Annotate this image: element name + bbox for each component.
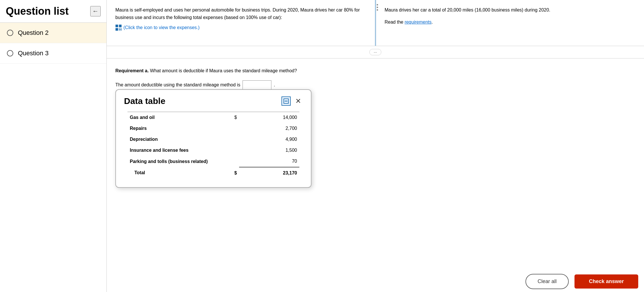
table-cell-amount-0: 14,000 [239,112,299,123]
svg-rect-0 [116,25,118,27]
question-panel-right: Maura drives her car a total of 20,000 m… [376,0,644,46]
requirements-prefix: Read the [385,20,405,24]
table-cell-label: Gas and oil [127,112,222,123]
table-cell-amount-4: 70 [239,156,299,167]
modal-title: Data table [124,96,165,106]
table-cell-amount-2: 4,900 [239,134,299,145]
data-table-modal: Data table ✕ [115,89,311,188]
question-2-circle [7,30,13,36]
modal-header: Data table ✕ [116,90,311,109]
sidebar-item-q3[interactable]: Question 3 [0,43,106,64]
table-cell-label: Depreciation [127,134,222,145]
modal-close-button[interactable]: ✕ [294,96,303,106]
sidebar-title: Question list [6,5,90,17]
sidebar-collapse-button[interactable]: ← [90,6,101,16]
requirements-suffix: . [431,20,433,24]
sidebar-item-q2[interactable]: Question 2 [0,23,106,43]
question-text-right-1: Maura drives her car a total of 20,000 m… [385,6,636,14]
collapse-icon: ← [92,7,99,15]
table-row: Depreciation 4,900 [127,134,299,145]
table-cell-label: Parking and tolls (business related) [127,156,222,167]
table-row: Gas and oil $ 14,000 [127,112,299,123]
click-icon-label: (Click the icon to view the expenses.) [123,24,200,31]
question-text-left: Maura is self-employed and uses her pers… [115,6,366,21]
requirement-text: Requirement a. What amount is deductible… [115,67,635,75]
answer-row: The amount deductible using the standard… [115,80,635,90]
footer-buttons: Clear all Check answer [520,271,644,292]
answer-input[interactable] [243,80,271,90]
click-icon-link[interactable]: (Click the icon to view the expenses.) [115,24,200,31]
requirement-label-bold: Requirement a. [115,68,149,73]
table-cell-label: Repairs [127,123,222,134]
table-row: Insurance and license fees 1,500 [127,145,299,156]
requirements-link[interactable]: requirements [405,20,431,24]
question-panel-left: Maura is self-employed and uses her pers… [107,0,375,46]
clear-all-button[interactable]: Clear all [525,274,569,289]
svg-rect-2 [116,28,118,31]
sidebar-header: Question list ← [0,0,106,23]
main-content: Maura is self-employed and uses her pers… [107,0,644,292]
answer-suffix: . [274,82,275,88]
table-cell-dollar-2 [222,134,239,145]
divider-dots-button[interactable]: ··· [369,49,382,55]
table-cell-dollar-1 [222,123,239,134]
answer-prompt: The amount deductible using the standard… [115,82,240,88]
table-cell-label: Insurance and license fees [127,145,222,156]
table-cell-dollar-4 [222,156,239,167]
modal-table-wrapper: Gas and oil $ 14,000 Repairs 2,700 Depre… [116,109,311,179]
table-cell-amount-1: 2,700 [239,123,299,134]
requirement-label-rest: What amount is deductible if Maura uses … [149,68,297,73]
table-row: Repairs 2,700 [127,123,299,134]
table-cell-amount-5: 23,170 [239,167,299,179]
divider-dots-row: ··· [107,46,644,58]
close-icon: ✕ [295,97,301,105]
table-cell-total-label: Total [127,167,222,179]
question-top: Maura is self-employed and uses her pers… [107,0,644,46]
sidebar-item-label-q3: Question 3 [18,50,48,57]
modal-minimize-button[interactable] [281,96,291,106]
table-row-total: Total $ 23,170 [127,167,299,179]
table-cell-dollar-5: $ [222,167,239,179]
minimize-icon [283,98,289,104]
grid-icon [115,24,122,31]
sidebar-item-label-q2: Question 2 [18,29,48,37]
table-row: Parking and tolls (business related) 70 [127,156,299,167]
table-cell-dollar-0: $ [222,112,239,123]
table-cell-dollar-3 [222,145,239,156]
table-cell-amount-3: 1,500 [239,145,299,156]
check-answer-button[interactable]: Check answer [574,274,638,289]
question-3-circle [7,50,13,56]
data-table: Gas and oil $ 14,000 Repairs 2,700 Depre… [127,112,299,179]
modal-controls: ✕ [281,96,303,106]
svg-rect-1 [119,25,121,27]
sidebar: Question list ← Question 2 Question 3 [0,0,107,292]
